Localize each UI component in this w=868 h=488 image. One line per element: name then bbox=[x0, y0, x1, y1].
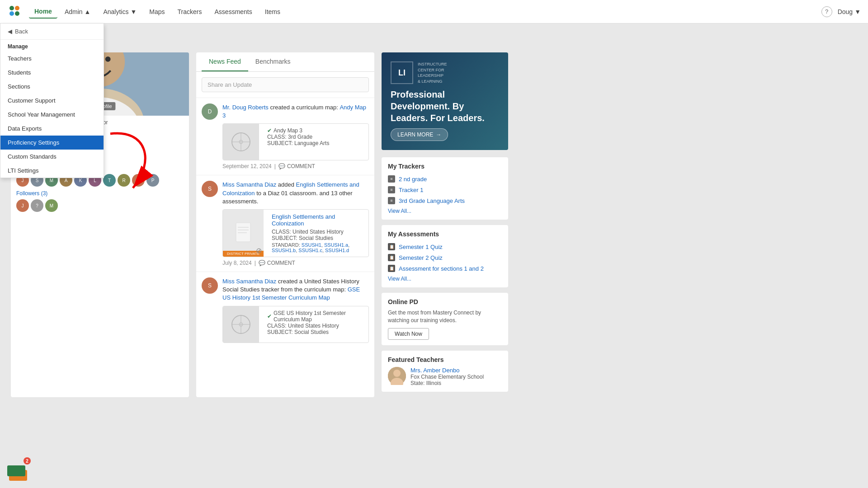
tracker-icon: ≡ bbox=[388, 186, 395, 193]
ad-logo: LI bbox=[391, 61, 413, 84]
dropdown-item-customer-support[interactable]: Customer Support bbox=[0, 94, 104, 108]
followers-count: (3) bbox=[41, 190, 48, 197]
comment-link[interactable]: 💬 COMMENT bbox=[259, 260, 295, 266]
dropdown-item-lti-settings[interactable]: LTI Settings bbox=[0, 164, 104, 178]
feed-user-link[interactable]: Miss Samantha Diaz bbox=[222, 181, 276, 188]
feed-content-box: ✔ GSE US History 1st Semester Curriculum… bbox=[222, 306, 369, 343]
dropdown-item-data-exports[interactable]: Data Exports bbox=[0, 122, 104, 136]
feed-user-avatar: S bbox=[202, 181, 218, 197]
follower-avatar[interactable]: T bbox=[103, 174, 116, 187]
followers-label: Followers (3) bbox=[16, 190, 184, 197]
newsfeed-card: News Feed Benchmarks Share an Update D M… bbox=[196, 52, 374, 397]
svg-point-24 bbox=[393, 370, 401, 377]
dropdown-item-custom-standards[interactable]: Custom Standards bbox=[0, 150, 104, 164]
nav-logo[interactable] bbox=[7, 4, 29, 19]
learn-more-button[interactable]: LEARN MORE → bbox=[391, 128, 448, 141]
feed-user-avatar: D bbox=[202, 103, 218, 120]
tab-news-feed[interactable]: News Feed bbox=[202, 52, 248, 71]
share-input[interactable]: Share an Update bbox=[202, 77, 369, 92]
dropdown-item-students[interactable]: Students bbox=[0, 66, 104, 80]
feed-item-title-link[interactable]: English Settlements and Colonization bbox=[272, 213, 335, 227]
follower-avatar[interactable]: B bbox=[132, 174, 145, 187]
tracker-item[interactable]: ≡ Tracker 1 bbox=[388, 184, 502, 195]
watch-now-button[interactable]: Watch Now bbox=[388, 328, 429, 340]
nav-item-items[interactable]: Items bbox=[259, 5, 286, 18]
feed-item-title: English Settlements and Colonization bbox=[272, 213, 365, 227]
content-area: Home bbox=[0, 23, 868, 488]
dropdown-manage-label: Manage bbox=[0, 40, 104, 52]
assessments-view-all[interactable]: View All... bbox=[388, 276, 502, 282]
nav-right: ? Doug ▼ bbox=[821, 6, 861, 17]
tracker-item[interactable]: ≡ 2 nd grade bbox=[388, 174, 502, 184]
feed-class: CLASS: United States History bbox=[272, 229, 365, 235]
user-menu[interactable]: Doug ▼ bbox=[838, 8, 861, 15]
feed-item: S Miss Samantha Diaz created a United St… bbox=[196, 272, 374, 348]
feed-subject: SUBJECT: Social Studies bbox=[272, 235, 365, 241]
dropdown-item-teachers[interactable]: Teachers bbox=[0, 52, 104, 66]
svg-point-0 bbox=[9, 6, 14, 10]
comment-link[interactable]: 💬 COMMENT bbox=[278, 163, 315, 169]
bottom-left-widget[interactable]: 2 bbox=[7, 459, 29, 481]
nav-item-analytics[interactable]: Analytics ▼ bbox=[98, 5, 142, 18]
feed-timestamp: September 12, 2024 | 💬 COMMENT bbox=[222, 163, 369, 169]
svg-point-9 bbox=[105, 56, 111, 62]
followers-link[interactable]: Followers bbox=[16, 190, 39, 197]
feed-user-link[interactable]: Mr. Doug Roberts bbox=[222, 104, 269, 111]
assessment-item[interactable]: 📋 Semester 1 Quiz bbox=[388, 241, 502, 252]
admin-dropdown: ◀ Back Manage Teachers Students Sections… bbox=[0, 23, 104, 178]
featured-teacher-name[interactable]: Mrs. Amber Denbo bbox=[410, 367, 484, 374]
online-pd-desc: Get the most from Mastery Connect by wat… bbox=[388, 309, 502, 324]
feed-action: created a curriculum map: bbox=[270, 104, 340, 111]
chevron-up-icon: ▲ bbox=[85, 8, 91, 15]
nav-item-home[interactable]: Home bbox=[29, 5, 57, 19]
trackers-title: My Trackers bbox=[388, 163, 502, 170]
follower-avatar[interactable]: R bbox=[118, 174, 130, 187]
feed-standard: STANDARD: SSUSH1, SSUSH1.a, SSUSH1.b, SS… bbox=[272, 242, 365, 253]
feed-verified: ✔ GSE US History 1st Semester Curriculum… bbox=[267, 310, 365, 323]
feed-thumbnail: DISTRICT PRIVATE ⊘ bbox=[223, 210, 264, 257]
svg-point-3 bbox=[15, 11, 19, 16]
follower-avatar[interactable]: ? bbox=[31, 199, 43, 212]
follower-avatar[interactable]: J bbox=[16, 199, 29, 212]
layered-stack-icon bbox=[7, 459, 29, 481]
svg-point-2 bbox=[9, 11, 14, 16]
assessment-item[interactable]: 📋 Assessment for sections 1 and 2 bbox=[388, 263, 502, 274]
feed-timestamp: July 8, 2024 | 💬 COMMENT bbox=[222, 260, 369, 266]
feed-thumbnail bbox=[223, 306, 259, 343]
tracker-icon: ≡ bbox=[388, 175, 395, 183]
help-button[interactable]: ? bbox=[821, 6, 832, 17]
feed-subject: SUBJECT: Social Studies bbox=[267, 329, 365, 335]
dropdown-item-proficiency-settings[interactable]: Proficiency Settings bbox=[0, 136, 104, 150]
right-sidebar: LI INSTRUCTURECENTER FORLEADERSHIP& LEAR… bbox=[382, 52, 508, 397]
feed-item: S Miss Samantha Diaz added English Settl… bbox=[196, 175, 374, 272]
featured-teacher: Mrs. Amber Denbo Fox Chase Elementary Sc… bbox=[388, 367, 502, 386]
feed-item-text: Miss Samantha Diaz created a United Stat… bbox=[222, 277, 369, 302]
feed-user-link[interactable]: Miss Samantha Diaz bbox=[222, 278, 276, 285]
tab-benchmarks[interactable]: Benchmarks bbox=[248, 52, 298, 71]
follower-avatar[interactable]: P bbox=[146, 174, 159, 187]
top-nav: Home Admin ▲ Analytics ▼ Maps Trackers A… bbox=[0, 0, 868, 23]
feed-item-text: Miss Samantha Diaz added English Settlem… bbox=[222, 181, 369, 206]
feed-details: English Settlements and Colonization CLA… bbox=[268, 210, 368, 257]
feed-details: ✔ Andy Map 3 CLASS: 3rd Grade SUBJECT: L… bbox=[264, 124, 333, 160]
follower-avatar[interactable]: M bbox=[45, 199, 58, 212]
tracker-item[interactable]: ≡ 3rd Grade Language Arts bbox=[388, 195, 502, 206]
feed-item-title-link[interactable]: Andy Map 3 bbox=[274, 127, 302, 134]
nav-item-trackers[interactable]: Trackers bbox=[172, 5, 208, 18]
nav-item-assessments[interactable]: Assessments bbox=[209, 5, 258, 18]
assessment-item[interactable]: 📋 Semester 2 Quiz bbox=[388, 252, 502, 263]
newsfeed-tabs: News Feed Benchmarks bbox=[196, 52, 374, 72]
feed-content-box: DISTRICT PRIVATE ⊘ English Settlements a… bbox=[222, 209, 369, 257]
feed-item-title-link[interactable]: GSE US History 1st Semester Curriculum M… bbox=[274, 310, 365, 323]
dropdown-item-school-year[interactable]: School Year Management bbox=[0, 108, 104, 122]
feed-user-avatar: S bbox=[202, 277, 218, 294]
dropdown-back-button[interactable]: ◀ Back bbox=[0, 23, 104, 40]
dropdown-item-sections[interactable]: Sections bbox=[0, 80, 104, 94]
assessment-icon: 📋 bbox=[388, 265, 395, 272]
comment-icon: 💬 bbox=[259, 260, 265, 266]
feed-subject: SUBJECT: Language Arts bbox=[267, 140, 329, 146]
nav-item-maps[interactable]: Maps bbox=[144, 5, 170, 18]
trackers-view-all[interactable]: View All... bbox=[388, 208, 502, 214]
nav-item-admin[interactable]: Admin ▲ bbox=[59, 5, 96, 18]
assessments-title: My Assessments bbox=[388, 230, 502, 238]
